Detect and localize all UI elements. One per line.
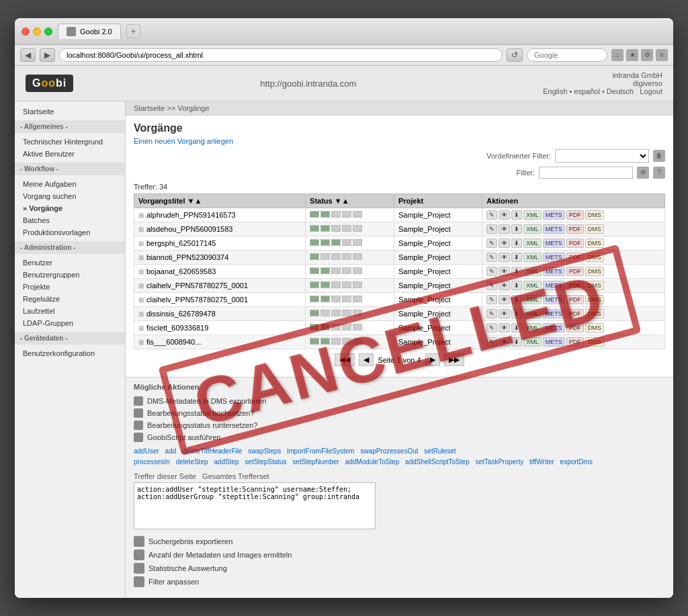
action-dms-btn[interactable]: DMS bbox=[585, 309, 604, 318]
action-view-btn[interactable]: 👁 bbox=[499, 238, 510, 248]
prev-page-button[interactable]: ◀ bbox=[359, 353, 374, 366]
close-window-button[interactable] bbox=[22, 28, 30, 36]
action-edit-btn[interactable]: ✎ bbox=[486, 295, 497, 304]
action-view-btn[interactable]: 👁 bbox=[499, 323, 510, 333]
action-mets-btn[interactable]: METS bbox=[543, 323, 565, 333]
action-edit-btn[interactable]: ✎ bbox=[486, 281, 497, 290]
sidebar-item-ldap[interactable]: LDAP-Gruppen bbox=[15, 317, 125, 329]
col-status[interactable]: Status ▼▲ bbox=[306, 194, 394, 208]
action-download-btn[interactable]: ⬇ bbox=[511, 309, 522, 318]
sidebar-item-benutzergruppen[interactable]: Benutzergruppen bbox=[15, 269, 125, 281]
action-edit-btn[interactable]: ✎ bbox=[486, 238, 497, 248]
action-edit-btn[interactable]: ✎ bbox=[486, 323, 497, 333]
action-dms-btn[interactable]: DMS bbox=[585, 281, 604, 290]
sidebar-item-users[interactable]: Aktive Benutzer bbox=[15, 148, 125, 160]
action-edit-btn[interactable]: ✎ bbox=[486, 210, 497, 220]
cell-title[interactable]: ⊞bergsphi_625017145 bbox=[134, 236, 306, 251]
action-edit-btn[interactable]: ✎ bbox=[486, 224, 497, 234]
cell-title[interactable]: ⊞dissinsis_626789478 bbox=[134, 307, 306, 321]
cell-title[interactable]: ⊞claihelv_PPN578780275_0001 bbox=[134, 293, 306, 307]
action-pdf-btn[interactable]: PDF bbox=[566, 238, 584, 248]
sidebar-item-laufzettel[interactable]: Laufzettel bbox=[15, 305, 125, 317]
action-dms-btn[interactable]: DMS bbox=[585, 267, 604, 276]
action-download-btn[interactable]: ⬇ bbox=[511, 295, 522, 304]
sidebar-item-projekte[interactable]: Projekte bbox=[15, 281, 125, 293]
script-link-swap-steps[interactable]: swapSteps bbox=[248, 447, 281, 455]
forward-button[interactable]: ▶ bbox=[40, 48, 55, 62]
script-link-tiff-writer[interactable]: tiffWriter bbox=[529, 458, 554, 466]
action-download-btn[interactable]: ⬇ bbox=[511, 253, 522, 262]
action-mets-btn[interactable]: METS bbox=[543, 281, 565, 290]
action-xml-btn[interactable]: XML bbox=[523, 295, 542, 304]
action-pdf-btn[interactable]: PDF bbox=[566, 267, 584, 276]
action-mets-btn[interactable]: METS bbox=[543, 210, 565, 220]
action-xml-btn[interactable]: XML bbox=[523, 337, 542, 347]
sidebar-item-vorgaenge[interactable]: » Vorgänge bbox=[15, 202, 125, 214]
action-dms-btn[interactable]: DMS bbox=[585, 210, 604, 220]
action-view-btn[interactable]: 👁 bbox=[499, 267, 510, 276]
sidebar-item-startseite[interactable]: Startseite bbox=[15, 105, 125, 118]
link-export-result[interactable]: Suchergebnis exportieren bbox=[134, 535, 665, 548]
action-mets-btn[interactable]: METS bbox=[543, 337, 565, 347]
sidebar-item-vorgang-suchen[interactable]: Vorgang suchen bbox=[15, 190, 125, 202]
link-stats[interactable]: Statistische Auswertung bbox=[134, 562, 665, 575]
action-view-btn[interactable]: 👁 bbox=[499, 210, 510, 220]
sidebar-item-batches[interactable]: Batches bbox=[15, 214, 125, 226]
new-tab-button[interactable]: + bbox=[126, 24, 141, 38]
back-button[interactable]: ◀ bbox=[20, 48, 36, 62]
next-page-button[interactable]: ▶ bbox=[425, 353, 440, 366]
script-link-swap-prozesses[interactable]: swapProzessesOut bbox=[360, 447, 418, 455]
script-link-add-step[interactable]: addStep bbox=[214, 458, 239, 466]
panel-item-status-down[interactable]: Bearbeitungsstatus runtersetzen? bbox=[134, 419, 665, 431]
action-pdf-btn[interactable]: PDF bbox=[566, 281, 584, 290]
cell-title[interactable]: ⊞fis___6008940... bbox=[134, 335, 306, 349]
predefined-filter-select[interactable] bbox=[555, 149, 649, 163]
action-download-btn[interactable]: ⬇ bbox=[511, 267, 522, 276]
action-download-btn[interactable]: ⬇ bbox=[511, 281, 522, 290]
script-link-set-status[interactable]: setStepStatus bbox=[245, 458, 286, 466]
action-mets-btn[interactable]: METS bbox=[543, 295, 565, 304]
script-textarea[interactable]: action:addUser "steptitle:Scanning" user… bbox=[134, 482, 376, 529]
action-download-btn[interactable]: ⬇ bbox=[511, 337, 522, 347]
action-view-btn[interactable]: 👁 bbox=[499, 253, 510, 262]
action-edit-btn[interactable]: ✎ bbox=[486, 309, 497, 318]
first-page-button[interactable]: ◀◀ bbox=[335, 353, 355, 366]
sidebar-item-benutzer[interactable]: Benutzer bbox=[15, 257, 125, 269]
link-filter[interactable]: Filter anpassen bbox=[134, 575, 665, 588]
action-view-btn[interactable]: 👁 bbox=[499, 224, 510, 234]
menu-icon[interactable]: ≡ bbox=[656, 49, 668, 61]
action-view-btn[interactable]: 👁 bbox=[499, 281, 510, 290]
script-link-task-property[interactable]: setTaskProperty bbox=[475, 458, 523, 466]
script-link-processesin[interactable]: processesIn bbox=[134, 458, 170, 466]
panel-item-status-up[interactable]: Bearbeitungsstatus hochsetzen? bbox=[134, 407, 665, 419]
action-pdf-btn[interactable]: PDF bbox=[566, 337, 584, 347]
script-link-delete-step[interactable]: deleteStep bbox=[176, 458, 208, 466]
sidebar-item-benutzerkonfiguration[interactable]: Benutzerkonfiguration bbox=[15, 347, 125, 359]
action-pdf-btn[interactable]: PDF bbox=[566, 253, 584, 262]
action-download-btn[interactable]: ⬇ bbox=[511, 323, 522, 333]
script-link-set-ruleset[interactable]: setRuleset bbox=[424, 447, 456, 455]
action-pdf-btn[interactable]: PDF bbox=[566, 224, 584, 234]
action-edit-btn[interactable]: ✎ bbox=[486, 253, 497, 262]
minimize-window-button[interactable] bbox=[33, 28, 41, 36]
cell-title[interactable]: ⊞claihelv_PPN578780275_0001 bbox=[134, 279, 306, 293]
lang-options[interactable]: English • español • Deutsch bbox=[543, 87, 634, 95]
action-xml-btn[interactable]: XML bbox=[523, 253, 542, 262]
action-mets-btn[interactable]: METS bbox=[543, 309, 565, 318]
action-download-btn[interactable]: ⬇ bbox=[511, 238, 522, 248]
script-link-add-module[interactable]: addModuleToStep bbox=[345, 458, 400, 466]
action-view-btn[interactable]: 👁 bbox=[499, 295, 510, 304]
cell-title[interactable]: ⊞bojaanat_620659583 bbox=[134, 265, 306, 279]
bookmark-icon[interactable]: ★ bbox=[626, 49, 638, 61]
action-xml-btn[interactable]: XML bbox=[523, 281, 542, 290]
new-process-link[interactable]: Einen neuen Vorgang anlegen bbox=[134, 137, 233, 145]
action-edit-btn[interactable]: ✎ bbox=[486, 267, 497, 276]
filter-search-icon[interactable]: ⚙ bbox=[637, 167, 649, 179]
action-mets-btn[interactable]: METS bbox=[543, 224, 565, 234]
action-mets-btn[interactable]: METS bbox=[543, 238, 565, 248]
action-dms-btn[interactable]: DMS bbox=[585, 323, 604, 333]
cell-title[interactable]: ⊞alphrudeh_PPN591416573 bbox=[134, 208, 306, 222]
script-link-add-shell[interactable]: addShellScriptToStep bbox=[405, 458, 470, 466]
action-xml-btn[interactable]: XML bbox=[523, 267, 542, 276]
action-pdf-btn[interactable]: PDF bbox=[566, 309, 584, 318]
